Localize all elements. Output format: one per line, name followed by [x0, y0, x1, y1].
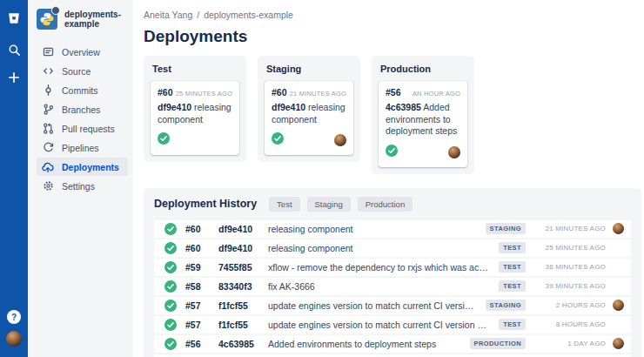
- commit-hash: 7455f85: [218, 262, 268, 273]
- pull-requests-icon: [42, 123, 54, 135]
- environment-deployment-card[interactable]: #56 AN HOUR AGO 4c63985 Added environmen…: [379, 81, 467, 167]
- success-status-icon: [272, 132, 284, 148]
- nav-label: Deployments: [62, 162, 119, 172]
- deployment-number: #60: [185, 224, 218, 234]
- commit-message: update engines version to match current …: [268, 300, 486, 311]
- breadcrumb-repo[interactable]: deployments-example: [204, 10, 293, 20]
- deployment-time: 2 HOURS AGO: [526, 301, 606, 309]
- sidebar-item-settings[interactable]: Settings: [37, 177, 128, 195]
- search-icon[interactable]: [5, 41, 23, 58]
- breadcrumb: Aneita Yang / deployments-example: [144, 10, 641, 20]
- nav-label: Branches: [62, 104, 100, 115]
- breadcrumb-separator: /: [197, 10, 199, 20]
- deployment-time: 21 MINUTES AGO: [526, 225, 606, 232]
- sidebar-item-overview[interactable]: Overview: [37, 43, 128, 61]
- repo-avatar: [37, 9, 57, 30]
- history-filter-staging[interactable]: Staging: [307, 197, 351, 212]
- avatar: [613, 223, 624, 234]
- deployment-history-row[interactable]: #57 f1fcf55 update engines version to ma…: [154, 297, 631, 314]
- source-icon: [42, 65, 54, 77]
- create-icon[interactable]: [5, 69, 23, 86]
- environment-badge: TEST: [499, 242, 526, 253]
- repo-header[interactable]: deployments-example: [37, 9, 128, 30]
- avatar: [613, 300, 624, 311]
- avatar: [613, 338, 624, 349]
- environment-name: Staging: [266, 64, 353, 74]
- environment-badge: PRODUCTION: [470, 338, 526, 349]
- commit-hash: 4c63985: [218, 339, 268, 349]
- environment-badge: TEST: [499, 280, 526, 292]
- deployment-number: #58: [185, 281, 218, 292]
- sidebar-item-source[interactable]: Source: [37, 62, 128, 80]
- deployment-time: 25 MINUTES AGO: [176, 90, 232, 98]
- environment-name: Test: [152, 64, 239, 74]
- commit-hash: df9e410: [218, 224, 268, 234]
- overview-icon: [42, 46, 54, 58]
- commit-hash: df9e410: [158, 102, 191, 112]
- commit-hash: 83340f3: [218, 281, 268, 292]
- repo-nav: Overview Source Commits Branches Pull re…: [37, 43, 128, 195]
- settings-icon: [42, 180, 54, 192]
- deployment-history-row[interactable]: #60 df9e410 releasing component STAGING …: [154, 220, 631, 238]
- commit-hash: f1fcf55: [218, 300, 268, 311]
- deployment-time: 39 MINUTES AGO: [526, 282, 606, 290]
- sidebar-item-pipelines[interactable]: Pipelines: [37, 138, 128, 157]
- deployment-number: #60: [158, 87, 173, 98]
- bitbucket-logo[interactable]: [5, 10, 23, 27]
- deployment-number: #56: [185, 339, 218, 349]
- avatar: [334, 134, 346, 146]
- environment-card-test: Test #60 25 MINUTES AGO df9e410 releasin…: [144, 56, 246, 162]
- success-status-icon: [164, 319, 185, 331]
- deployment-history-row[interactable]: #59 7455f85 xflow - remove the dependenc…: [154, 259, 631, 276]
- deployment-number: #57: [185, 300, 218, 311]
- sidebar-item-commits[interactable]: Commits: [37, 81, 128, 99]
- nav-label: Pipelines: [62, 143, 99, 153]
- profile-avatar[interactable]: [6, 331, 22, 347]
- breadcrumb-owner[interactable]: Aneita Yang: [144, 10, 192, 20]
- history-filter-production[interactable]: Production: [358, 197, 413, 212]
- environment-name: Production: [380, 64, 467, 74]
- sidebar-item-deployments[interactable]: Deployments: [37, 158, 128, 176]
- deployment-history-row[interactable]: #58 83340f3 fix AK-3666 TEST 39 MINUTES …: [154, 278, 631, 295]
- history-filters: TestStagingProduction: [269, 197, 413, 212]
- environment-deployment-card[interactable]: #60 25 MINUTES AGO df9e410 releasing com…: [151, 81, 239, 155]
- commits-icon: [42, 84, 54, 97]
- deployment-history-row[interactable]: #57 f1fcf55 update engines version to ma…: [154, 316, 631, 333]
- repo-name: deployments-example: [64, 10, 128, 29]
- commit-hash: df9e410: [272, 102, 305, 112]
- deployment-time: 8 HOURS AGO: [526, 320, 606, 328]
- commit-message: releasing component: [268, 224, 486, 234]
- deployment-number: #56: [386, 87, 401, 98]
- deployment-number: #57: [185, 320, 218, 330]
- environment-cards: Test #60 25 MINUTES AGO df9e410 releasin…: [144, 56, 641, 174]
- deployment-time: 1 DAY AGO: [526, 340, 606, 347]
- environment-badge: STAGING: [486, 223, 526, 234]
- sidebar-item-pull-requests[interactable]: Pull requests: [37, 119, 128, 138]
- success-status-icon: [164, 280, 185, 293]
- deployment-history-panel: Deployment History TestStagingProduction…: [144, 188, 641, 357]
- success-status-icon: [386, 145, 398, 160]
- sidebar-item-branches[interactable]: Branches: [37, 100, 128, 118]
- commit-message: releasing component: [268, 243, 499, 253]
- commit-message: xflow - remove the dependency to rxjs wh…: [268, 262, 499, 273]
- avatar: [448, 146, 460, 158]
- branches-icon: [42, 104, 54, 116]
- deployment-history-row[interactable]: #56 4c63985 Added environments to deploy…: [154, 335, 631, 353]
- history-header: Deployment History TestStagingProduction: [154, 197, 631, 212]
- commit-summary: df9e410 releasing component: [158, 102, 232, 125]
- commit-message: update engines version to match current …: [268, 320, 499, 330]
- environment-card-production: Production #56 AN HOUR AGO 4c63985 Added…: [372, 56, 474, 174]
- environment-deployment-card[interactable]: #60 21 MINUTES AGO df9e410 releasing com…: [265, 81, 353, 155]
- success-status-icon: [164, 261, 185, 273]
- history-title: Deployment History: [154, 198, 257, 210]
- nav-label: Settings: [62, 181, 95, 192]
- success-status-icon: [164, 338, 185, 350]
- environment-card-staging: Staging #60 21 MINUTES AGO df9e410 relea…: [258, 56, 360, 162]
- commit-message: fix AK-3666: [268, 281, 499, 292]
- history-filter-test[interactable]: Test: [269, 197, 299, 212]
- deployment-time: 25 MINUTES AGO: [526, 244, 606, 252]
- deployment-time: AN HOUR AGO: [413, 90, 460, 98]
- help-icon[interactable]: ?: [7, 310, 21, 324]
- nav-label: Overview: [62, 47, 100, 57]
- deployment-history-row[interactable]: #60 df9e410 releasing component TEST 25 …: [154, 239, 631, 257]
